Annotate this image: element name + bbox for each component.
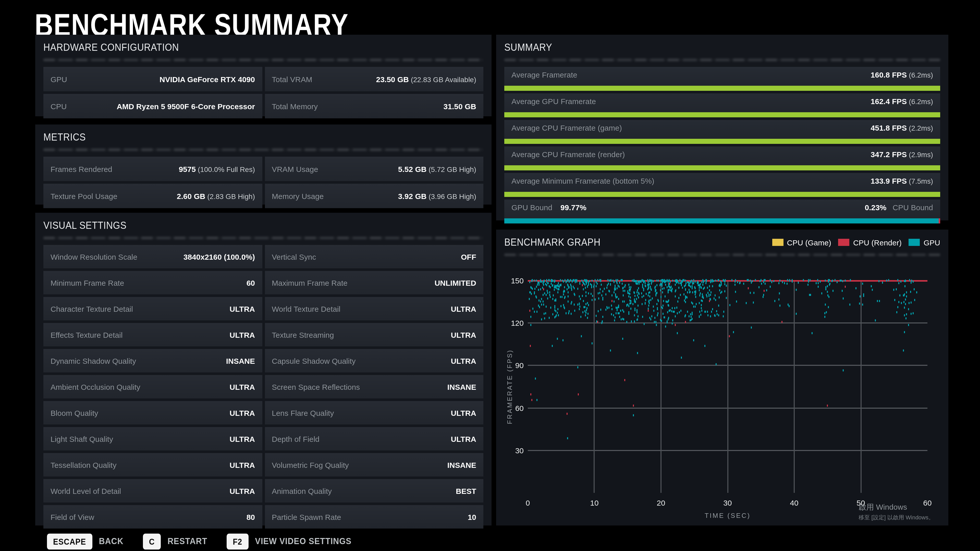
gpu-point [544, 318, 546, 319]
gpu-point [700, 286, 701, 289]
setting-label: Light Shaft Quality [51, 434, 113, 443]
gpu-bound-label: GPU Bound [511, 203, 552, 212]
setting-label: Depth of Field [272, 434, 320, 443]
gpu-point [707, 310, 708, 313]
gpu-bound-left: GPU Bound99.77% [511, 203, 587, 212]
framerate-bar [504, 192, 940, 197]
gpu-point [780, 279, 780, 282]
gpu-point [584, 306, 585, 308]
gpu-point [690, 280, 691, 283]
gpu-point [825, 288, 826, 290]
gpu-point [779, 292, 780, 295]
gpu-point [832, 280, 832, 282]
gpu-point [566, 312, 566, 314]
legend-item: CPU (Render) [838, 238, 902, 247]
gpu-point [570, 313, 571, 314]
cpu-render-point [781, 321, 783, 323]
gpu-point [540, 279, 541, 281]
gpu-point [630, 286, 631, 288]
gpu-point [649, 292, 649, 294]
gpu-point [544, 313, 545, 315]
gpu-point [560, 284, 562, 286]
gpu-point [827, 291, 828, 292]
visual-setting-row: Depth of FieldULTRA [265, 427, 484, 451]
cpu-render-point [729, 335, 730, 337]
gpu-point [536, 280, 537, 282]
shortcut-view-video-settings[interactable]: F2VIEW VIDEO SETTINGS [227, 534, 352, 549]
gpu-point [636, 280, 637, 282]
blurred-divider [43, 59, 484, 61]
shortcut-restart[interactable]: CRESTART [143, 534, 207, 549]
gpu-point [810, 294, 811, 296]
gpu-point [648, 295, 649, 297]
gpu-point [906, 318, 907, 320]
y-tick-label: 150 [502, 276, 524, 285]
gpu-point [904, 280, 905, 282]
gpu-point [733, 331, 734, 333]
setting-label: Maximum Frame Rate [272, 278, 348, 287]
gpu-point [761, 283, 762, 284]
v-gridline [794, 281, 795, 493]
gpu-point [582, 311, 584, 313]
gpu-point [667, 311, 668, 313]
legend-item: CPU (Game) [772, 238, 831, 247]
setting-label: Screen Space Reflections [272, 383, 360, 391]
cpu-render-point [530, 345, 531, 347]
gpu-point [534, 279, 535, 282]
setting-label: Total VRAM [272, 75, 312, 83]
gpu-point [677, 279, 678, 281]
framerate-bar-fill [504, 86, 940, 91]
summary-value-note: (6.2ms) [907, 71, 933, 79]
gpu-point [886, 279, 887, 281]
gpu-point [602, 290, 603, 292]
gpu-point [563, 293, 564, 295]
setting-label: Character Texture Detail [51, 304, 133, 313]
gpu-point [628, 283, 629, 286]
gpu-point [676, 281, 677, 283]
key-badge-f2[interactable]: F2 [227, 534, 248, 549]
gpu-point [701, 310, 702, 312]
summary-row-line: Average CPU Framerate (game)451.8 FPS (2… [504, 120, 940, 132]
gpu-point [554, 305, 555, 307]
gpu-point [905, 280, 906, 282]
blurred-divider [43, 148, 484, 151]
gpu-point [608, 307, 609, 309]
gpu-point [572, 280, 573, 282]
metric-row: Texture Pool Usage2.60 GB (2.83 GB High) [43, 184, 262, 208]
gpu-point [568, 300, 569, 303]
gpu-point [778, 283, 780, 284]
visual-setting-row: Dynamic Shadow QualityINSANE [43, 349, 262, 372]
gpu-point [750, 279, 751, 282]
gpu-point [537, 284, 538, 286]
gpu-point [552, 284, 553, 286]
framerate-bar-fill [504, 165, 940, 170]
gpu-point [595, 281, 597, 283]
summary-value: 133.9 FPS (7.5ms) [871, 176, 933, 185]
x-tick-label: 10 [590, 499, 598, 507]
gpu-point [660, 289, 661, 291]
gpu-point [579, 303, 579, 305]
summary-value-note: (6.2ms) [907, 97, 933, 106]
shortcut-back[interactable]: ESCAPEBACK [47, 534, 124, 549]
gpu-point [664, 281, 665, 283]
gpu-point [824, 304, 826, 306]
setting-value: 2.60 GB (2.83 GB High) [177, 192, 255, 200]
gpu-point [649, 317, 651, 319]
gpu-point [540, 288, 541, 290]
gpu-point [677, 313, 678, 314]
gpu-point [632, 303, 633, 305]
gpu-point [718, 304, 719, 306]
gpu-point [590, 293, 592, 295]
gpu-point [641, 303, 642, 305]
key-badge-c[interactable]: C [143, 534, 161, 549]
summary-row: Average CPU Framerate (render)347.2 FPS … [504, 146, 940, 170]
gpu-point [679, 283, 679, 284]
gpu-point [620, 319, 621, 321]
gpu-point [724, 280, 725, 283]
gpu-point [735, 283, 735, 286]
gpu-point [676, 307, 677, 309]
gpu-point [585, 279, 586, 281]
gpu-point [691, 287, 692, 289]
key-badge-escape[interactable]: ESCAPE [47, 534, 92, 549]
visual-setting-row: Capsule Shadow QualityULTRA [265, 349, 484, 372]
